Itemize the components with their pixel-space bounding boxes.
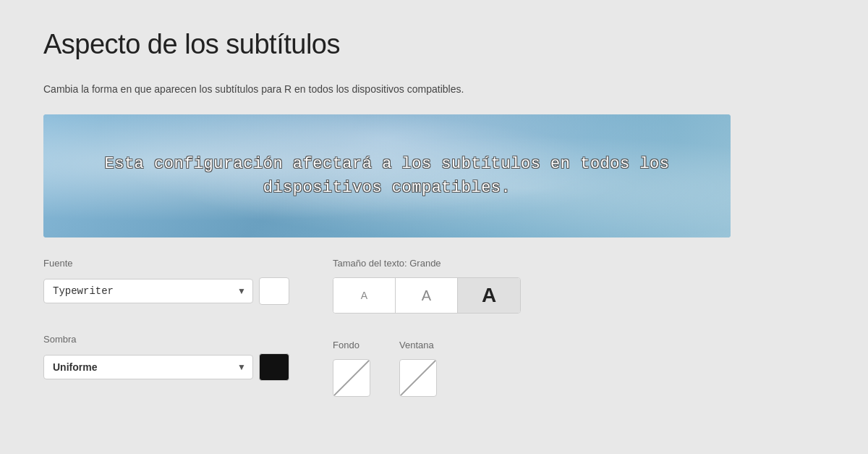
subtitle-preview: Esta configuración afectará a los subtít… — [43, 114, 731, 237]
ventana-control-group: Ventana — [399, 340, 437, 397]
size-medium-label: A — [422, 287, 431, 304]
shadow-color-swatch[interactable] — [259, 353, 289, 381]
size-button-medium[interactable]: A — [396, 278, 458, 313]
page-title: Aspecto de los subtítulos — [43, 29, 825, 60]
controls-row-top: Fuente Typewriter Arial Helvetica Georgi… — [43, 258, 825, 314]
shadow-control-group: Sombra Uniforme Ninguna Suave Relieve Co… — [43, 334, 289, 381]
fondo-control-group: Fondo — [333, 340, 370, 397]
size-small-label: A — [361, 290, 367, 301]
fondo-color-swatch[interactable] — [333, 359, 370, 397]
text-size-label: Tamaño del texto: Grande — [333, 258, 521, 269]
font-control-group: Fuente Typewriter Arial Helvetica Georgi… — [43, 258, 289, 305]
font-control-inline: Typewriter Arial Helvetica Georgia Couri… — [43, 277, 289, 305]
text-size-control-group: Tamaño del texto: Grande A A A — [333, 258, 521, 314]
shadow-control-inline: Uniforme Ninguna Suave Relieve Contorno … — [43, 353, 289, 381]
size-buttons-group: A A A — [333, 277, 521, 314]
shadow-select[interactable]: Uniforme Ninguna Suave Relieve Contorno — [43, 355, 253, 379]
fondo-ventana-row: Fondo Ventana — [333, 340, 437, 397]
shadow-select-wrapper: Uniforme Ninguna Suave Relieve Contorno … — [43, 355, 253, 379]
fondo-label: Fondo — [333, 340, 370, 350]
size-button-large[interactable]: A — [458, 278, 520, 313]
preview-text-container: Esta configuración afectará a los subtít… — [43, 114, 731, 237]
font-select[interactable]: Typewriter Arial Helvetica Georgia Couri… — [43, 279, 253, 303]
ventana-label: Ventana — [399, 340, 437, 350]
controls-row-bottom: Sombra Uniforme Ninguna Suave Relieve Co… — [43, 334, 825, 397]
size-large-label: A — [482, 284, 496, 307]
ventana-color-swatch[interactable] — [399, 359, 437, 397]
font-select-wrapper: Typewriter Arial Helvetica Georgia Couri… — [43, 279, 253, 303]
font-color-swatch[interactable] — [259, 277, 289, 305]
description-text: Cambia la forma en que aparecen los subt… — [43, 82, 825, 97]
preview-subtitle-text: Esta configuración afectará a los subtít… — [58, 152, 716, 200]
shadow-label: Sombra — [43, 334, 289, 345]
font-label: Fuente — [43, 258, 289, 269]
size-button-small[interactable]: A — [333, 278, 396, 313]
